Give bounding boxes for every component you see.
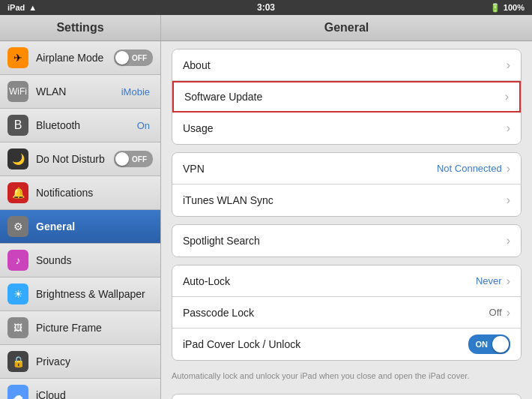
passcode-lock-row[interactable]: Passcode Lock Off ›	[172, 297, 521, 328]
usage-row[interactable]: Usage ›	[172, 112, 521, 144]
bluetooth-value: On	[137, 120, 150, 131]
wlan-label: WLAN	[36, 86, 121, 98]
main-container: Settings ✈ Airplane Mode OFF WiFi WLAN i…	[0, 15, 532, 399]
usage-label: Usage	[183, 122, 507, 134]
sidebar-item-icloud[interactable]: ☁ iCloud	[0, 379, 160, 399]
auto-lock-label: Auto-Lock	[183, 275, 476, 287]
toggle-on-text: ON	[476, 340, 489, 349]
auto-lock-chevron: ›	[507, 274, 510, 288]
sounds-label: Sounds	[36, 254, 153, 266]
section-group-3: Spotlight Search ›	[172, 224, 522, 257]
section-group-1: About › Software Update › Usage ›	[172, 49, 522, 145]
ipad-cover-label: iPad Cover Lock / Unlock	[183, 338, 468, 350]
passcode-chevron: ›	[507, 306, 510, 320]
about-row[interactable]: About ›	[172, 50, 521, 81]
sidebar-item-airplane-mode[interactable]: ✈ Airplane Mode OFF	[0, 41, 160, 75]
status-left: iPad ▲	[7, 3, 37, 12]
sidebar-item-wlan[interactable]: WiFi WLAN iMobie	[0, 75, 160, 109]
icloud-icon: ☁	[7, 385, 28, 399]
cover-note: Automatically lock and unlock your iPad …	[161, 368, 532, 386]
general-label: General	[36, 220, 153, 232]
brightness-icon: ☀	[7, 284, 28, 304]
sidebar-item-notifications[interactable]: 🔔 Notifications	[0, 176, 160, 210]
sounds-icon: ♪	[7, 250, 28, 271]
wlan-icon: WiFi	[7, 81, 28, 102]
status-time: 3:03	[257, 2, 275, 13]
passcode-value: Off	[489, 307, 502, 318]
vpn-chevron: ›	[507, 162, 510, 176]
privacy-icon: 🔒	[7, 351, 28, 372]
toggle-on-knob	[492, 336, 509, 352]
about-label: About	[183, 59, 507, 71]
software-update-row[interactable]: Software Update ›	[172, 81, 521, 112]
status-bar: iPad ▲ 3:03 🔋 100%	[0, 0, 532, 15]
wifi-icon: ▲	[28, 3, 37, 12]
sidebar-item-bluetooth[interactable]: B Bluetooth On	[0, 109, 160, 142]
airplane-icon: ✈	[7, 47, 28, 68]
section-group-2: VPN Not Connected › iTunes WLAN Sync ›	[172, 152, 522, 217]
icloud-label: iCloud	[36, 389, 153, 399]
toggle-text-dnd: OFF	[132, 155, 147, 164]
vpn-label: VPN	[183, 163, 437, 175]
spotlight-label: Spotlight Search	[183, 235, 507, 247]
brightness-label: Brightness & Wallpaper	[36, 288, 153, 300]
picture-frame-label: Picture Frame	[36, 322, 153, 334]
vpn-row[interactable]: VPN Not Connected ›	[172, 153, 521, 184]
auto-lock-value: Never	[476, 275, 502, 286]
sidebar-item-do-not-disturb[interactable]: 🌙 Do Not Disturb OFF	[0, 142, 160, 176]
content-header: General	[161, 15, 532, 41]
battery-label: 100%	[504, 3, 525, 12]
dnd-label: Do Not Disturb	[36, 153, 114, 165]
section-group-restrictions: Restrictions Off ›	[172, 394, 522, 399]
airplane-toggle[interactable]: OFF	[114, 50, 153, 66]
privacy-label: Privacy	[36, 356, 153, 368]
sidebar-item-privacy[interactable]: 🔒 Privacy	[0, 345, 160, 379]
airplane-label: Airplane Mode	[36, 52, 114, 64]
bluetooth-label: Bluetooth	[36, 119, 137, 131]
dnd-icon: 🌙	[7, 148, 28, 170]
toggle-knob	[115, 51, 129, 64]
notifications-label: Notifications	[36, 187, 153, 199]
auto-lock-row[interactable]: Auto-Lock Never ›	[172, 266, 521, 297]
section-group-4: Auto-Lock Never › Passcode Lock Off › iP…	[172, 265, 522, 361]
sidebar-header: Settings	[0, 15, 160, 41]
toggle-knob-dnd	[115, 152, 129, 166]
itunes-wlan-row[interactable]: iTunes WLAN Sync ›	[172, 184, 521, 216]
status-right: 🔋 100%	[490, 3, 525, 13]
sidebar: Settings ✈ Airplane Mode OFF WiFi WLAN i…	[0, 15, 161, 399]
sidebar-item-picture-frame[interactable]: 🖼 Picture Frame	[0, 311, 160, 345]
software-update-label: Software Update	[184, 91, 505, 103]
spotlight-row[interactable]: Spotlight Search ›	[172, 225, 521, 256]
passcode-label: Passcode Lock	[183, 307, 489, 319]
usage-chevron: ›	[507, 122, 510, 135]
picture-frame-icon: 🖼	[7, 317, 28, 338]
wlan-value: iMobie	[121, 86, 150, 98]
cover-lock-toggle[interactable]: ON	[468, 334, 510, 354]
spotlight-chevron: ›	[507, 234, 510, 248]
dnd-toggle[interactable]: OFF	[114, 151, 153, 167]
itunes-chevron: ›	[507, 194, 510, 207]
sidebar-item-sounds[interactable]: ♪ Sounds	[0, 244, 160, 278]
vpn-value: Not Connected	[437, 163, 502, 174]
ipad-cover-row[interactable]: iPad Cover Lock / Unlock ON	[172, 328, 521, 360]
about-chevron: ›	[507, 58, 510, 72]
notifications-icon: 🔔	[7, 182, 28, 203]
itunes-wlan-label: iTunes WLAN Sync	[183, 194, 507, 206]
general-icon: ⚙	[7, 216, 28, 237]
sidebar-item-general[interactable]: ⚙ General	[0, 210, 160, 244]
ipad-label: iPad	[7, 3, 25, 12]
toggle-text: OFF	[132, 54, 147, 62]
battery-icon: 🔋	[490, 3, 501, 13]
content-area: General About › Software Update › Usage …	[161, 15, 532, 399]
sidebar-item-brightness[interactable]: ☀ Brightness & Wallpaper	[0, 278, 160, 311]
bluetooth-icon: B	[7, 115, 28, 136]
restrictions-row[interactable]: Restrictions Off ›	[172, 394, 521, 399]
software-update-chevron: ›	[505, 90, 509, 104]
